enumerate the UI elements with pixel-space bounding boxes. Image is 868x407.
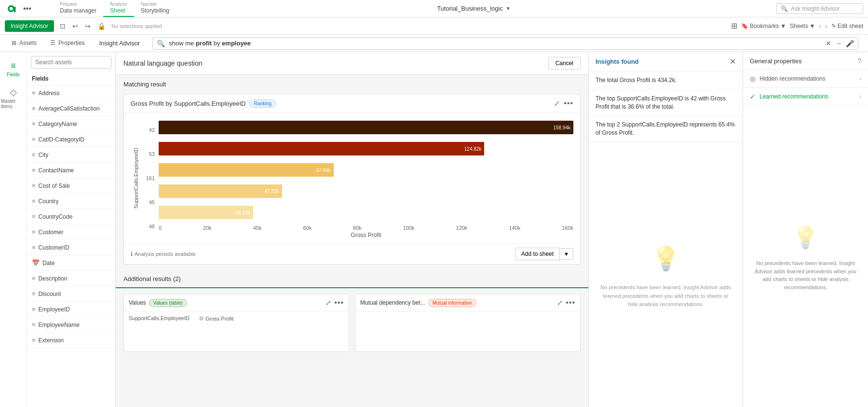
x-tick: 40k <box>253 225 262 231</box>
nav-master-items[interactable]: ◇ Master items <box>0 82 27 114</box>
sidebar-item[interactable]: ≡EmployeeName <box>27 317 115 333</box>
search-submit-btn[interactable]: → <box>835 40 842 47</box>
qlik-logo <box>5 4 20 14</box>
lock-icon[interactable]: 🔒 <box>95 21 108 31</box>
app-title: Tutorial_Business_logic <box>437 5 503 12</box>
insights-items: The total Gross Profit is 434.2k.The top… <box>589 71 743 142</box>
chart-expand-btn[interactable]: ⤢ <box>554 99 560 108</box>
toolbar-right: ⊞ 🔖 Bookmarks ▼ Sheets ▼ ‹ › ✎ Edit shee… <box>731 21 863 30</box>
select-icon[interactable]: ⊡ <box>58 21 68 31</box>
add-to-sheet-main-btn[interactable]: Add to sheet <box>515 248 560 260</box>
sidebar-item[interactable]: ≡Country <box>27 194 115 209</box>
chart-card: Gross Profit by SupportCalls.EmployeeID … <box>123 94 581 265</box>
analysis-periods-info: ℹ Analysis periods available <box>131 251 196 257</box>
nav-next-icon[interactable]: › <box>825 22 827 30</box>
y-axis-title: SupportCalls.EmployeeID <box>133 148 139 209</box>
sheets-btn[interactable]: Sheets ▼ <box>790 23 815 29</box>
sidebar-item[interactable]: ≡CatID-CategoryID <box>27 132 115 147</box>
grid-view-icon[interactable]: ⊞ <box>731 21 737 30</box>
bar-fill: 158.94k <box>159 121 573 134</box>
bar-row: 158.94k <box>159 118 573 137</box>
y-label-3: 161 <box>141 168 155 189</box>
three-dots-menu[interactable]: ••• <box>23 4 31 13</box>
app-title-area: Tutorial_Business_logic ▼ <box>176 5 772 12</box>
chart-menu-btn[interactable]: ••• <box>564 99 573 108</box>
toolbar: Insight Advisor ⊡ ↩ ↪ 🔒 No selections ap… <box>0 17 868 35</box>
mutual-card-body <box>355 311 580 319</box>
matching-result-label: Matching result <box>116 75 588 94</box>
values-expand-btn[interactable]: ⤢ <box>326 298 331 307</box>
nav-fields[interactable]: ≡ Fields <box>0 56 27 82</box>
mutual-badge: Mutual information <box>428 299 476 307</box>
fields-icon: ≡ <box>11 61 16 71</box>
field-icon: ≡ <box>32 306 36 313</box>
right-panel-lightbulb-icon: 💡 <box>792 222 819 253</box>
learned-rec-arrow: › <box>859 93 861 100</box>
search-icon-top: 🔍 <box>781 5 788 12</box>
search-assets-input[interactable] <box>31 56 111 69</box>
additional-results-section: Additional results (2) Values Values (ta… <box>116 270 588 358</box>
master-items-icon: ◇ <box>10 87 17 98</box>
bookmarks-btn[interactable]: 🔖 Bookmarks ▼ <box>741 23 786 29</box>
sidebar-item[interactable]: ≡CategoryName <box>27 116 115 132</box>
sidebar-item[interactable]: ≡City <box>27 147 115 163</box>
sidebar-item[interactable]: ≡Cost of Sale <box>27 178 115 194</box>
tab-assets[interactable]: ⊞ Assets <box>5 35 43 52</box>
tab-narrate[interactable]: Narrate Storytelling <box>134 0 176 17</box>
mutual-expand-btn[interactable]: ⤢ <box>557 298 563 307</box>
tab-properties[interactable]: ☰ Properties <box>43 35 92 52</box>
learned-recommendations-section[interactable]: ✓ Learned recommendations › <box>743 88 868 106</box>
cancel-button[interactable]: Cancel <box>548 57 581 70</box>
sidebar-item[interactable]: ≡ContactName <box>27 163 115 178</box>
sidebar-item[interactable]: ≡EmployeeID <box>27 302 115 317</box>
field-icon: ≡ <box>32 89 36 97</box>
sidebar-item[interactable]: ≡CustomerID <box>27 240 115 255</box>
clear-search-btn[interactable]: ✕ <box>826 40 831 47</box>
additional-results-header: Additional results (2) <box>116 270 588 288</box>
nav-tabs: Prepare Data manager Analyze Sheet Narra… <box>53 0 176 17</box>
values-menu-btn[interactable]: ••• <box>334 298 344 307</box>
edit-sheet-btn[interactable]: ✎ Edit sheet <box>831 23 863 29</box>
insight-item: The top 2 SupportCalls.EmployeeID repres… <box>589 116 743 142</box>
insight-advisor-toggle-btn[interactable]: Insight Advisor <box>5 20 54 32</box>
chart-actions: ⤢ ••• <box>554 99 573 108</box>
chart-header: Gross Profit by SupportCalls.EmployeeID … <box>124 94 580 113</box>
y-label-4: 45 <box>141 192 155 213</box>
lightbulb-icon: 💡 <box>651 240 680 278</box>
insight-search-bar[interactable]: 🔍 show me profit by employee ✕ → 🎤 <box>152 37 858 50</box>
hidden-recommendations-section[interactable]: ◎ Hidden recommendations › <box>743 70 868 88</box>
y-label-1: 42 <box>141 119 155 140</box>
ask-insight-input[interactable]: 🔍 Ask Insight Advisor <box>776 3 863 14</box>
hidden-rec-label: Hidden recommendations <box>760 75 855 82</box>
sidebar-item[interactable]: ≡Address <box>27 85 115 101</box>
add-to-sheet-dropdown-btn[interactable]: ▼ <box>560 248 573 260</box>
panel-tabs-bar: ⊞ Assets ☰ Properties Insight Advisor 🔍 … <box>0 35 868 52</box>
sidebar-item[interactable]: ≡Extension <box>27 333 115 348</box>
mutual-menu-btn[interactable]: ••• <box>566 298 575 307</box>
sidebar-item[interactable]: ≡CountryCode <box>27 209 115 225</box>
values-card-title: Values <box>129 299 146 306</box>
col-gross-profit: ⊙ Gross Profit <box>199 315 233 322</box>
sidebar-item[interactable]: ≡Description <box>27 271 115 286</box>
sidebar-item[interactable]: ≡Customer <box>27 225 115 240</box>
x-tick: 160k <box>562 225 573 231</box>
chart-title: Gross Profit by SupportCalls.EmployeeID <box>131 100 245 107</box>
undo-icon[interactable]: ↩ <box>70 21 80 31</box>
tab-prepare[interactable]: Prepare Data manager <box>53 0 103 17</box>
nav-prev-icon[interactable]: ‹ <box>819 22 821 30</box>
x-tick: 120k <box>456 225 468 231</box>
app-title-dropdown[interactable]: ▼ <box>506 6 511 11</box>
insights-close-btn[interactable]: ✕ <box>730 57 736 66</box>
redo-icon[interactable]: ↪ <box>83 21 93 31</box>
voice-search-btn[interactable]: 🎤 <box>846 40 854 47</box>
tab-analyze[interactable]: Analyze Sheet <box>103 0 134 17</box>
help-icon[interactable]: ? <box>857 57 861 65</box>
svg-rect-2 <box>14 7 16 12</box>
field-icon: ≡ <box>32 197 36 205</box>
sidebar-item[interactable]: ≡Discount <box>27 286 115 302</box>
sidebar-item[interactable]: 📅Date <box>27 255 115 271</box>
insights-empty-area: 💡 No precedents have been learned. Insig… <box>589 142 743 407</box>
field-icon: 📅 <box>32 259 40 267</box>
sidebar-item[interactable]: ≡AverageCallSatisfaction <box>27 101 115 116</box>
insight-advisor-panel-title: Insight Advisor <box>92 40 148 47</box>
